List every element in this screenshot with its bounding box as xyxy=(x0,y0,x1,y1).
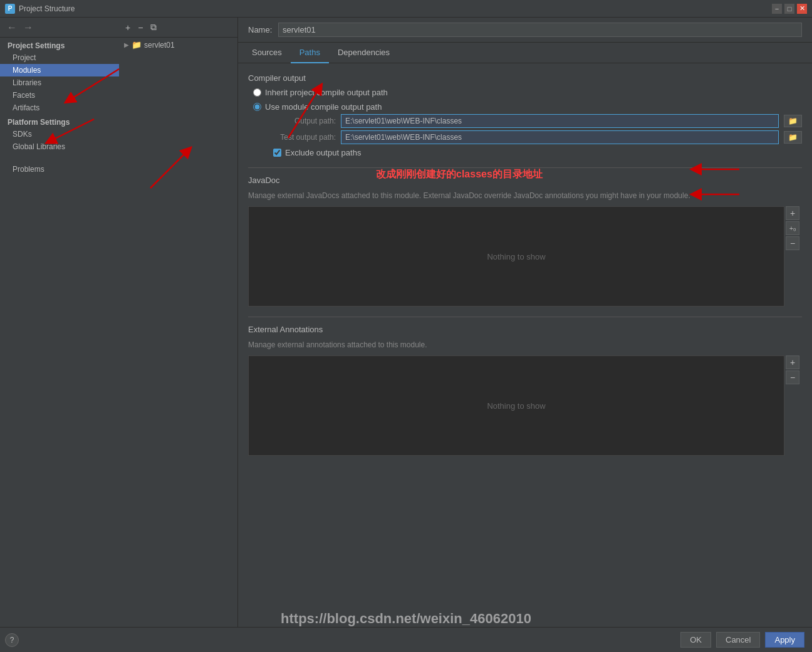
module-name: servlet01 xyxy=(144,41,175,50)
radio-inherit-input[interactable] xyxy=(253,88,261,97)
window-title: Project Structure xyxy=(19,4,75,13)
sidebar-item-label: SDKs xyxy=(13,130,32,139)
module-tree-toolbar: + − ⧉ xyxy=(119,18,237,38)
sidebar-item-artifacts[interactable]: Artifacts xyxy=(0,102,119,114)
sidebar-item-facets[interactable]: Facets xyxy=(0,89,119,102)
folder-icon: 📁 xyxy=(788,133,798,142)
nav-toolbar: ← → xyxy=(0,18,119,38)
external-annotations-nothing-panel: Nothing to show xyxy=(248,355,784,456)
compiler-output-title: Compiler output xyxy=(248,73,802,83)
sidebar-item-problems[interactable]: Problems xyxy=(0,163,119,176)
project-settings-header: Project Settings xyxy=(0,38,119,51)
module-tree-item[interactable]: ▶ 📁 servlet01 xyxy=(119,38,237,52)
test-output-path-input[interactable] xyxy=(341,130,779,144)
platform-settings-header: Platform Settings xyxy=(0,114,119,128)
tab-dependencies[interactable]: Dependencies xyxy=(329,43,398,63)
ext-annotations-nothing-label: Nothing to show xyxy=(487,401,545,411)
radio-inherit-label: Inherit project compile output path xyxy=(265,88,388,97)
sidebar-item-label: Global Libraries xyxy=(13,142,65,151)
radio-use-module[interactable]: Use module compile output path xyxy=(253,102,802,112)
external-annotations-panel-container: Nothing to show + − xyxy=(248,355,784,456)
exclude-checkbox-row: Exclude output paths xyxy=(273,148,802,157)
javadoc-title: JavaDoc xyxy=(248,176,802,185)
radio-use-module-label: Use module compile output path xyxy=(265,102,382,112)
titlebar: P Project Structure − □ ✕ xyxy=(0,0,812,18)
javadoc-remove-button[interactable]: − xyxy=(786,236,799,250)
output-path-input[interactable] xyxy=(341,114,779,128)
test-output-path-row: Test output path: 📁 xyxy=(273,130,802,144)
main-layout: ← → Project Settings Project Modules Lib… xyxy=(0,18,812,627)
output-path-label: Output path: xyxy=(273,117,336,125)
apply-button[interactable]: Apply xyxy=(765,632,804,648)
javadoc-section: JavaDoc Manage external JavaDocs attache… xyxy=(248,167,802,307)
compiler-output-section: Compiler output Inherit project compile … xyxy=(248,73,802,157)
test-output-path-label: Test output path: xyxy=(273,133,336,142)
maximize-button[interactable]: □ xyxy=(784,4,794,14)
folder-icon: 📁 xyxy=(788,117,798,125)
content-panel: Name: Sources Paths Dependencies C xyxy=(238,18,812,627)
external-annotations-description: Manage external annotations attached to … xyxy=(248,339,802,350)
back-button[interactable]: ← xyxy=(5,22,19,33)
sidebar-item-label: Artifacts xyxy=(13,103,39,112)
minimize-button[interactable]: − xyxy=(772,4,782,14)
module-tree-panel: + − ⧉ ▶ 📁 servlet01 xyxy=(119,18,238,627)
output-path-row: Output path: 📁 xyxy=(273,114,802,128)
sidebar-item-label: Libraries xyxy=(13,78,41,87)
javadoc-actions: + +₀ − xyxy=(786,206,799,250)
javadoc-nothing-label: Nothing to show xyxy=(487,252,545,261)
exclude-checkbox[interactable] xyxy=(273,149,281,157)
close-button[interactable]: ✕ xyxy=(797,4,807,14)
exclude-label: Exclude output paths xyxy=(285,148,361,157)
window-controls: − □ ✕ xyxy=(772,4,807,14)
external-annotations-title: External Annotations xyxy=(248,325,802,334)
javadoc-nothing-panel: Nothing to show xyxy=(248,206,784,307)
javadoc-description: Manage external JavaDocs attached to thi… xyxy=(248,190,802,201)
tabs-bar: Sources Paths Dependencies xyxy=(238,43,812,63)
radio-use-module-input[interactable] xyxy=(253,103,261,111)
sidebar-item-label: Facets xyxy=(13,91,35,100)
expand-icon: ▶ xyxy=(124,41,129,48)
external-annotations-section: External Annotations Manage external ann… xyxy=(248,317,802,456)
name-input[interactable] xyxy=(278,23,802,37)
compiler-output-radio-group: Inherit project compile output path Use … xyxy=(253,88,802,112)
test-output-path-browse-button[interactable]: 📁 xyxy=(784,131,802,144)
ext-annotations-remove-button[interactable]: − xyxy=(786,371,799,384)
cancel-button[interactable]: Cancel xyxy=(716,632,760,648)
sidebar-item-label: Modules xyxy=(13,66,41,75)
ext-annotations-add-button[interactable]: + xyxy=(786,355,799,369)
forward-button[interactable]: → xyxy=(21,22,35,33)
app-icon: P xyxy=(5,4,15,14)
remove-module-button[interactable]: − xyxy=(135,21,145,34)
sidebar-item-sdks[interactable]: SDKs xyxy=(0,128,119,140)
ext-annotations-actions: + − xyxy=(786,355,799,384)
javadoc-add-config-button[interactable]: +₀ xyxy=(786,221,799,235)
javadoc-add-button[interactable]: + xyxy=(786,206,799,220)
content-body: Compiler output Inherit project compile … xyxy=(238,63,812,627)
radio-inherit[interactable]: Inherit project compile output path xyxy=(253,88,802,97)
javadoc-panel-container: Nothing to show + +₀ − xyxy=(248,206,784,307)
sidebar-item-label: Project xyxy=(13,53,36,62)
tab-paths[interactable]: Paths xyxy=(291,43,329,63)
copy-module-button[interactable]: ⧉ xyxy=(148,21,159,34)
add-module-button[interactable]: + xyxy=(123,21,133,34)
tab-sources[interactable]: Sources xyxy=(243,43,291,63)
bottom-bar: OK Cancel Apply xyxy=(0,627,812,652)
name-bar: Name: xyxy=(238,18,812,43)
sidebar-item-libraries[interactable]: Libraries xyxy=(0,76,119,89)
sidebar-item-project[interactable]: Project xyxy=(0,51,119,64)
sidebar-item-global-libraries[interactable]: Global Libraries xyxy=(0,140,119,153)
sidebar-item-modules[interactable]: Modules xyxy=(0,64,119,76)
output-path-browse-button[interactable]: 📁 xyxy=(784,115,802,127)
folder-icon: 📁 xyxy=(132,40,142,50)
sidebar-item-label: Problems xyxy=(13,165,44,174)
help-button[interactable]: ? xyxy=(5,633,19,647)
ok-button[interactable]: OK xyxy=(680,632,711,648)
name-label: Name: xyxy=(248,25,273,34)
left-sidebar: ← → Project Settings Project Modules Lib… xyxy=(0,18,119,627)
